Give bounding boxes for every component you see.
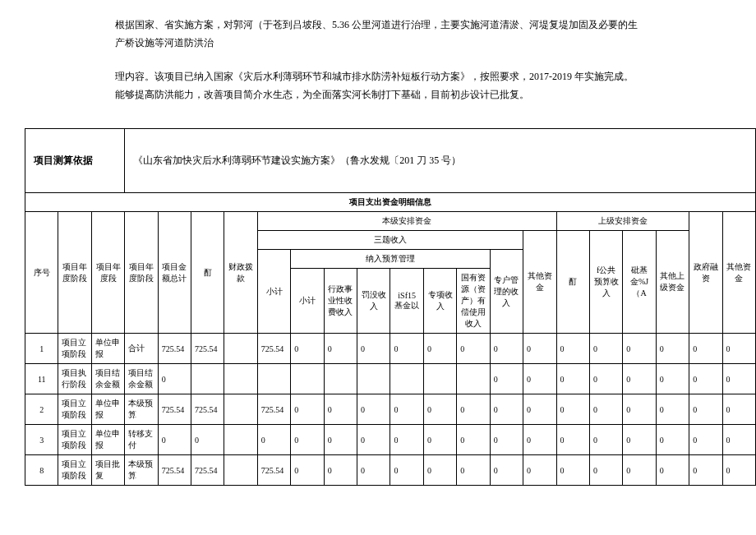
header-seq: 序号: [25, 212, 58, 334]
cell-other-money: 0: [722, 455, 755, 486]
cell-phase: 项目立项阶段: [58, 334, 91, 364]
header-subtotal2: 小计: [291, 269, 324, 334]
cell-phase-year: 项目结余金额: [91, 364, 124, 394]
cell-subtotal2: 0: [291, 425, 324, 455]
basis-label: 项目测算依据: [25, 129, 125, 193]
cell-phase-annual: 项目结余金额: [125, 364, 158, 394]
header-fund-base: 砒基金%J（A: [623, 231, 656, 334]
cell-state-asset: [457, 364, 490, 394]
cell-special-acct: 0: [490, 455, 523, 486]
intro-paragraph-1: 根据国家、省实施方案，对郭河（于苍到吕坡段、5.36 公里河道进行治理，主要实施…: [115, 16, 641, 52]
cell-other-fund: 0: [523, 364, 556, 394]
header-in-budget: 纳入预算管理: [291, 250, 490, 269]
header-state-asset: 国有资源（资产）有偿使用收入: [457, 269, 490, 334]
cell-time-sum: [191, 364, 224, 394]
cell-other-upper: 0: [656, 394, 689, 425]
cell-other-money: 0: [722, 334, 755, 364]
cell-fine: 0: [357, 455, 390, 486]
cell-other-upper: 0: [656, 455, 689, 486]
header-fiscal-appropriation: 财政拨款: [224, 212, 257, 334]
header-pub-budget: f公共预算收入: [589, 231, 622, 334]
cell-upper-time: 0: [556, 394, 589, 425]
cell-upper-time: 0: [556, 364, 589, 394]
main-table: 项目测算依据 《山东省加快灾后水利薄弱环节建设实施方案》（鲁水发规〔201 刀 …: [25, 128, 756, 486]
cell-phase: 项目立项阶段: [58, 394, 91, 425]
cell-subtotal: 725.54: [257, 455, 290, 486]
header-admin-fee: 行政事业性收费收入: [324, 269, 357, 334]
header-phase-annual: 项目年度阶段: [125, 212, 158, 334]
cell-subtotal2: 0: [291, 394, 324, 425]
cell-admin-fee: [324, 364, 357, 394]
detail-section-title: 项目支出资金明细信息: [25, 193, 756, 212]
cell-other-upper: 0: [656, 425, 689, 455]
header-phase-year: 项目年度段: [91, 212, 124, 334]
cell-seq: 2: [25, 394, 58, 425]
cell-seq: 11: [25, 364, 58, 394]
cell-admin-fee: 0: [324, 455, 357, 486]
cell-gov-finance: 0: [689, 455, 722, 486]
header-three-income: 三题收入: [257, 231, 523, 250]
cell-pub-budget: 0: [589, 455, 622, 486]
cell-time-sum: 725.54: [191, 394, 224, 425]
cell-subtotal: 0: [257, 425, 290, 455]
header-fine: 罚没收入: [357, 269, 390, 334]
cell-time-sum: 725.54: [191, 455, 224, 486]
cell-seq: 8: [25, 455, 58, 486]
header-other-fund: 其他资金: [523, 231, 556, 334]
cell-fiscal: [224, 455, 257, 486]
cell-fund-base: 0: [623, 455, 656, 486]
header-amount-total: 项目金额总计: [158, 212, 191, 334]
cell-gov-finance: 0: [689, 364, 722, 394]
cell-amount-total: 725.54: [158, 455, 191, 486]
cell-fiscal: [224, 394, 257, 425]
cell-other-fund: 0: [523, 425, 556, 455]
cell-phase: 项目立项阶段: [58, 425, 91, 455]
cell-fine: 0: [357, 394, 390, 425]
cell-upper-time: 0: [556, 425, 589, 455]
header-special-income: 专项收入: [423, 269, 456, 334]
cell-subtotal2: 0: [291, 334, 324, 364]
cell-fiscal: [224, 364, 257, 394]
cell-gov-finance: 0: [689, 334, 722, 364]
cell-phase-year: 单位申报: [91, 425, 124, 455]
cell-phase-annual: 转移支付: [125, 425, 158, 455]
cell-pub-budget: 0: [589, 364, 622, 394]
cell-other-fund: 0: [523, 334, 556, 364]
cell-special-income: 0: [423, 455, 456, 486]
cell-fine: 0: [357, 334, 390, 364]
cell-amount-total: 0: [158, 425, 191, 455]
cell-phase-annual: 本级预算: [125, 394, 158, 425]
cell-phase: 项目立项阶段: [58, 455, 91, 486]
basis-text: 《山东省加快灾后水利薄弱环节建设实施方案》（鲁水发规〔201 刀 35 号）: [125, 129, 756, 193]
cell-admin-fee: 0: [324, 334, 357, 364]
cell-time-sum: 725.54: [191, 334, 224, 364]
header-fund-isf: iSf15基金以: [390, 269, 423, 334]
header-other-money: 其他资金: [722, 212, 755, 334]
cell-special-acct: 0: [490, 364, 523, 394]
cell-other-fund: 0: [523, 394, 556, 425]
header-upper-level: 上级安排资金: [556, 212, 689, 231]
header-phase: 项目年度阶段: [58, 212, 91, 334]
cell-subtotal: [257, 364, 290, 394]
cell-fund-isf: 0: [390, 425, 423, 455]
cell-state-asset: 0: [457, 334, 490, 364]
cell-state-asset: 0: [457, 394, 490, 425]
header-subtotal: 小计: [257, 250, 290, 334]
cell-pub-budget: 0: [589, 334, 622, 364]
cell-special-acct: 0: [490, 334, 523, 364]
cell-phase-year: 单位申报: [91, 334, 124, 364]
cell-pub-budget: 0: [589, 394, 622, 425]
cell-fund-base: 0: [623, 364, 656, 394]
cell-amount-total: 725.54: [158, 394, 191, 425]
cell-subtotal: 725.54: [257, 394, 290, 425]
cell-fund-base: 0: [623, 334, 656, 364]
cell-state-asset: 0: [457, 455, 490, 486]
cell-time-sum: 0: [191, 425, 224, 455]
header-other-upper: 其他上级资金: [656, 231, 689, 334]
cell-fiscal: [224, 334, 257, 364]
cell-other-upper: 0: [656, 334, 689, 364]
cell-special-acct: 0: [490, 425, 523, 455]
cell-admin-fee: 0: [324, 394, 357, 425]
cell-upper-time: 0: [556, 334, 589, 364]
cell-amount-total: 725.54: [158, 334, 191, 364]
